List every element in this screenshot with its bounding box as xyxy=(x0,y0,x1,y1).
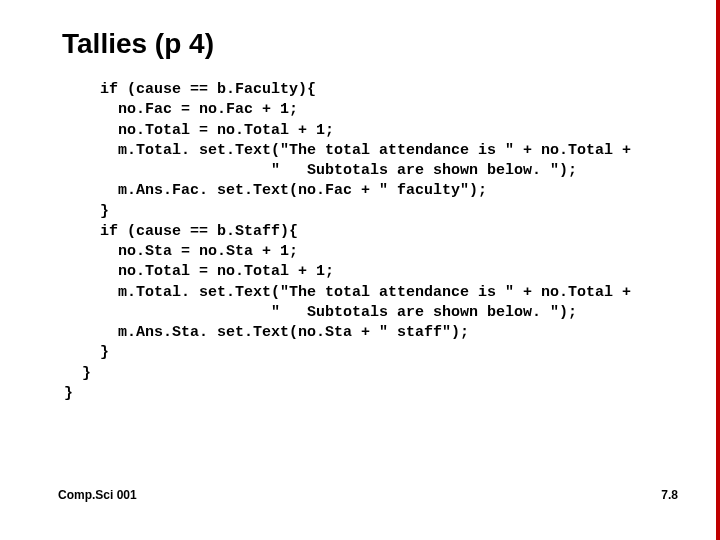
slide: Tallies (p 4) if (cause == b.Faculty){ n… xyxy=(0,0,720,540)
accent-bar xyxy=(716,0,720,540)
slide-title: Tallies (p 4) xyxy=(62,28,662,60)
code-block: if (cause == b.Faculty){ no.Fac = no.Fac… xyxy=(64,80,662,404)
footer: Comp.Sci 001 7.8 xyxy=(58,488,678,502)
footer-left: Comp.Sci 001 xyxy=(58,488,137,502)
footer-right: 7.8 xyxy=(661,488,678,502)
